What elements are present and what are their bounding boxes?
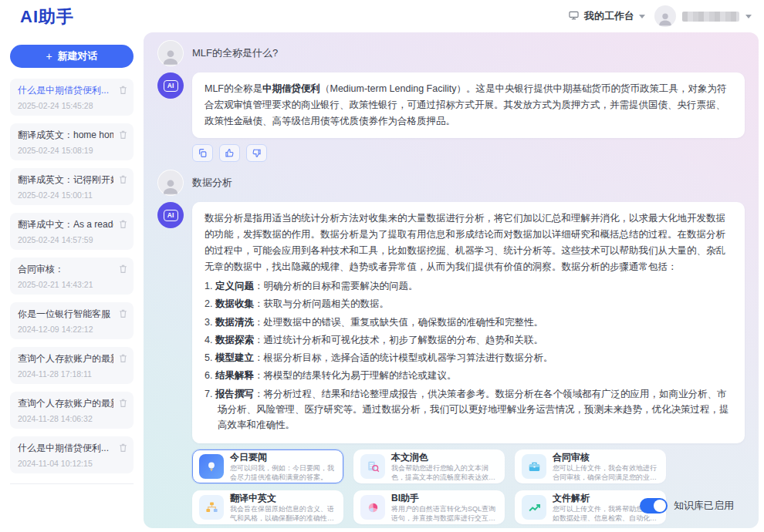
card-desc: 将用户的自然语言转化为SQL查询语句，并直接与数据库进行交互，返回智能推荐的图表… (391, 504, 498, 524)
user-message: 数据分析 (157, 170, 745, 196)
user-avatar (157, 40, 184, 66)
conversation-item[interactable]: 翻译成英文：home home 2025-02-24 15:08:19 (10, 123, 134, 160)
app-logo: AI助手 (20, 5, 74, 29)
answer-steps: 1. 定义问题：明确分析的目标和需要解决的问题。 2. 数据收集：获取与分析问题… (205, 278, 732, 433)
card-title: 翻译中英文 (230, 492, 336, 504)
trash-icon[interactable] (118, 353, 128, 363)
translate-icon (199, 495, 224, 520)
step-item: 7. 报告撰写：将分析过程、结果和结论整理成报告，供决策者参考。数据分析在各个领… (205, 386, 732, 433)
sidebar: + 新建对话 什么是中期借贷便利... 2025-02-24 15:45:28 … (0, 32, 144, 532)
trash-icon[interactable] (118, 264, 128, 274)
answer-actions (192, 144, 745, 162)
knowledge-base-toggle[interactable] (640, 498, 668, 513)
app-window: AI助手 我的工作台 (0, 0, 764, 532)
card-bi-assistant[interactable]: BI助手 将用户的自然语言转化为SQL查询语句，并直接与数据库进行交互，返回智能… (353, 490, 505, 524)
trash-icon[interactable] (118, 130, 128, 140)
briefcase-icon (522, 454, 546, 479)
workspace-label: 我的工作台 (584, 9, 634, 23)
user-message: MLF的全称是什么? (157, 40, 745, 66)
card-translate[interactable]: 翻译中英文 我会旨在保留原始信息的含义、语气和风格，以确保翻译的准确性和自然流畅… (192, 490, 343, 524)
trash-icon[interactable] (118, 308, 128, 318)
ai-avatar: AI (157, 202, 184, 228)
conversation-item[interactable]: 查询个人存款账户的最新... 2024-11-28 17:18:11 (10, 347, 134, 384)
ai-answer-card: 数据分析是指用适当的统计分析方法对收集来的大量数据进行分析，将它们加以汇总和理解… (192, 202, 745, 443)
new-chat-button[interactable]: + 新建对话 (10, 45, 134, 68)
step-item: 4. 数据探索：通过统计分析和可视化技术，初步了解数据的分布、趋势和关联。 (205, 332, 732, 348)
user-question-text: MLF的全称是什么? (192, 46, 278, 60)
card-title: 今日要闻 (230, 451, 336, 463)
top-bar: AI助手 我的工作台 (0, 0, 764, 32)
monitor-icon (568, 10, 580, 23)
card-desc: 您可以问我，例如：今日要闻，我会尽力提供准确和满意的答案。 (230, 463, 336, 483)
knowledge-base-toggle-group: 知识库已启用 (640, 498, 734, 513)
step-item: 1. 定义问题：明确分析的目标和需要解决的问题。 (205, 278, 732, 294)
chevron-down-icon (639, 15, 645, 19)
conversation-item[interactable]: 翻译成英文：记得刚开始... 2025-02-24 15:00:11 (10, 168, 134, 205)
workspace-menu[interactable]: 我的工作台 (568, 9, 645, 23)
conversation-list: 什么是中期借贷便利... 2025-02-24 15:45:28 翻译成英文：h… (0, 79, 144, 473)
bold-term: 中期借贷便利 (262, 83, 320, 94)
thumbs-down-button[interactable] (246, 144, 267, 162)
conversation-item[interactable]: 翻译成中文：As a reader... 2025-02-24 14:57:59 (10, 213, 134, 250)
card-text-polish[interactable]: 本文润色 我会帮助您进行您输入的文本润色，提高文本的流畅度和表达效果。 (353, 450, 505, 483)
ai-message: AI 数据分析是指用适当的统计分析方法对收集来的大量数据进行分析，将它们加以汇总… (157, 202, 745, 443)
trash-icon[interactable] (118, 219, 128, 229)
card-title: 本文润色 (391, 451, 498, 463)
conversation-item[interactable]: 查询个人存款账户的最新... 2024-11-28 14:06:32 (10, 392, 134, 429)
user-menu[interactable] (654, 5, 752, 27)
user-avatar (157, 170, 184, 196)
plus-icon: + (46, 50, 52, 62)
new-chat-label: 新建对话 (58, 49, 98, 63)
step-item: 3. 数据清洗：处理数据中的错误、重复或缺失值，确保数据的准确性和完整性。 (205, 315, 732, 330)
trash-icon[interactable] (118, 443, 128, 453)
pie-chart-icon (360, 495, 385, 520)
copy-button[interactable] (192, 144, 213, 162)
step-item: 6. 结果解释：将模型的结果转化为易于理解的结论或建议。 (205, 368, 732, 383)
toggle-knob (654, 500, 666, 512)
conversation-item[interactable]: 什么是中期借贷便利... 2024-11-04 10:12:15 (10, 436, 134, 473)
username-redacted (682, 12, 739, 22)
card-contract-review[interactable]: 合同审核 您可以上传文件，我会有效地进行合同审核，确保合同满足您的业务需求。 (515, 450, 666, 483)
conversation-item[interactable]: 什么是中期借贷便利... 2025-02-24 15:45:28 (10, 79, 134, 116)
chat-panel: MLF的全称是什么? AI MLF的全称是中期借贷便利（Medium-term … (144, 32, 759, 528)
card-desc: 我会帮助您进行您输入的文本润色，提高文本的流畅度和表达效果。 (391, 463, 498, 483)
avatar (654, 5, 676, 27)
trash-icon[interactable] (118, 174, 128, 184)
trend-chart-icon (522, 495, 546, 520)
conversation-item[interactable]: 你是一位银行智能客服，... 2024-12-09 14:22:12 (10, 302, 134, 339)
trash-icon[interactable] (118, 85, 128, 95)
chevron-down-icon (745, 15, 752, 19)
polish-icon (360, 454, 385, 479)
card-desc: 我会旨在保留原始信息的含义、语气和风格，以确保翻译的准确性和自然流畅。 (230, 504, 336, 524)
sidebar-divider (10, 483, 134, 484)
user-question-text: 数据分析 (192, 176, 232, 190)
thumbs-up-button[interactable] (219, 144, 240, 162)
prompt-cards-grid: 今日要闻 您可以问我，例如：今日要闻，我会尽力提供准确和满意的答案。 (192, 450, 666, 524)
card-desc: 您可以上传文件，我会有效地进行合同审核，确保合同满足您的业务需求。 (553, 463, 659, 483)
step-item: 5. 模型建立：根据分析目标，选择合适的统计模型或机器学习算法进行数据分析。 (205, 350, 732, 365)
ai-message: AI MLF的全称是中期借贷便利（Medium-term Lending Fac… (157, 72, 745, 138)
card-title: 合同审核 (553, 451, 659, 463)
trash-icon[interactable] (118, 398, 128, 408)
knowledge-base-label: 知识库已启用 (674, 499, 734, 513)
prompt-cards-section: 今日要闻 您可以问我，例如：今日要闻，我会尽力提供准确和满意的答案。 (192, 450, 745, 524)
ai-avatar-label: AI (164, 210, 178, 221)
top-bar-right: 我的工作台 (568, 0, 752, 32)
lightbulb-icon (199, 454, 224, 479)
step-item: 2. 数据收集：获取与分析问题相关的数据。 (205, 296, 732, 311)
ai-avatar-label: AI (164, 80, 178, 92)
ai-avatar: AI (157, 72, 184, 99)
answer-intro: 数据分析是指用适当的统计分析方法对收集来的大量数据进行分析，将它们加以汇总和理解… (205, 210, 732, 275)
card-title: BI助手 (391, 492, 498, 504)
ai-answer-card: MLF的全称是中期借贷便利（Medium-term Lending Facili… (192, 72, 745, 138)
conversation-item[interactable]: 合同审核： 2025-02-21 14:43:21 (10, 258, 134, 295)
card-today-news[interactable]: 今日要闻 您可以问我，例如：今日要闻，我会尽力提供准确和满意的答案。 (192, 450, 343, 483)
